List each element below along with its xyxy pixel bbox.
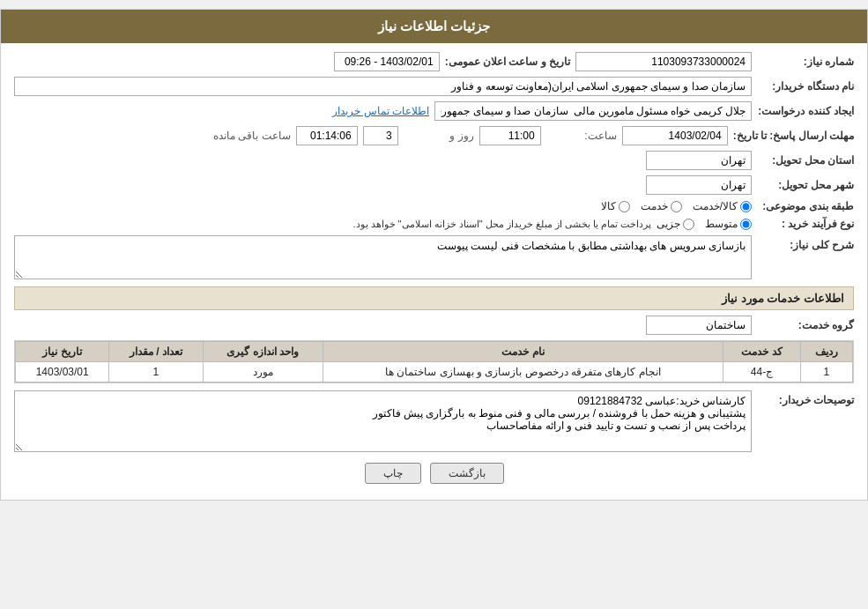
deadline-label: مهلت ارسال پاسخ: تا تاریخ: — [733, 130, 854, 142]
category-option-kala[interactable]: کالا — [601, 200, 630, 212]
buttons-row: بازگشت چاپ — [14, 463, 854, 484]
category-label-khadamat: خدمت — [641, 200, 668, 212]
date-label: تاریخ و ساعت اعلان عمومی: — [445, 56, 570, 68]
services-section-title: اطلاعات خدمات مورد نیاز — [14, 286, 854, 310]
process-radio-group: متوسط جزیی — [657, 218, 752, 230]
category-radio-khadamat[interactable] — [671, 201, 682, 212]
process-radio-motavaset[interactable] — [740, 219, 752, 230]
service-group-label: گروه خدمت: — [757, 319, 854, 331]
category-radio-kala[interactable] — [619, 201, 630, 212]
province-input — [646, 151, 752, 170]
date-input[interactable] — [334, 52, 440, 71]
col-quantity: تعداد / مقدار — [109, 342, 203, 362]
category-label-kala-khadamat: کالا/خدمت — [693, 200, 738, 212]
category-label: طبقه بندی موضوعی: — [757, 200, 854, 212]
category-option-khadamat[interactable]: خدمت — [641, 200, 682, 212]
need-number-input[interactable] — [575, 52, 752, 71]
deadline-remaining-label: ساعت باقی مانده — [213, 130, 291, 142]
col-row: ردیف — [800, 342, 852, 362]
creator-input — [434, 101, 752, 121]
process-note: پرداخت تمام یا بخشی از مبلغ خریداز محل "… — [352, 219, 651, 230]
process-label-jozii: جزیی — [657, 218, 680, 230]
creator-contact-link[interactable]: اطلاعات تماس خریدار — [332, 105, 429, 117]
buyer-input — [14, 77, 752, 96]
cell-code: ج-44 — [723, 362, 800, 382]
process-label-motavaset: متوسط — [705, 218, 738, 230]
cell-row: 1 — [800, 362, 852, 382]
description-label: شرح کلی نیاز: — [757, 235, 854, 251]
table-row: 1 ج-44 انجام کارهای متفرقه درخصوص بازساز… — [16, 362, 853, 382]
cell-quantity: 1 — [109, 362, 203, 382]
process-option-jozii[interactable]: جزیی — [657, 218, 694, 230]
category-option-kala-khadamat[interactable]: کالا/خدمت — [693, 200, 752, 212]
col-name: نام خدمت — [323, 342, 723, 362]
buyer-notes-label: توصیحات خریدار: — [757, 390, 854, 406]
deadline-time-label: ساعت: — [546, 130, 617, 142]
description-textarea[interactable]: بازسازی سرویس های بهداشتی مطابق با مشخصا… — [14, 235, 752, 279]
buyer-label: نام دستگاه خریدار: — [757, 80, 854, 93]
col-code: کد خدمت — [723, 342, 800, 362]
services-table: ردیف کد خدمت نام خدمت واحد اندازه گیری ت… — [15, 341, 853, 382]
process-option-motavaset[interactable]: متوسط — [705, 218, 752, 230]
process-radio-jozii[interactable] — [683, 219, 694, 230]
deadline-remaining-input — [296, 126, 358, 145]
deadline-time-input — [479, 126, 541, 145]
back-button[interactable]: بازگشت — [430, 463, 504, 484]
creator-label: ایجاد کننده درخواست: — [757, 105, 854, 117]
page-header: جزئیات اطلاعات نیاز — [1, 10, 867, 43]
category-radio-group: کالا/خدمت خدمت کالا — [601, 200, 752, 212]
col-date: تاریخ نیاز — [16, 342, 109, 362]
col-unit: واحد اندازه گیری — [203, 342, 323, 362]
page-title: جزئیات اطلاعات نیاز — [378, 19, 490, 33]
services-table-wrapper: ردیف کد خدمت نام خدمت واحد اندازه گیری ت… — [14, 340, 854, 383]
need-number-label: شماره نیاز: — [757, 56, 854, 68]
category-label-kala: کالا — [601, 200, 616, 212]
city-input — [646, 175, 752, 195]
service-group-input — [646, 316, 752, 335]
deadline-days-label: روز و — [404, 130, 474, 142]
deadline-date-input — [622, 126, 728, 145]
cell-date: 1403/03/01 — [16, 362, 109, 382]
category-radio-kala-khadamat[interactable] — [740, 201, 752, 212]
cell-name: انجام کارهای متفرقه درخصوص بازسازی و بهس… — [323, 362, 723, 382]
cell-unit: مورد — [203, 362, 323, 382]
city-label: شهر محل تحویل: — [757, 179, 854, 191]
deadline-days-input — [363, 126, 398, 145]
buyer-notes-textarea[interactable]: کارشناس خرید:عباسی 09121884732 پشتیبانی … — [14, 390, 752, 452]
province-label: استان محل تحویل: — [757, 154, 854, 167]
print-button[interactable]: چاپ — [365, 463, 421, 484]
process-label: نوع فرآیند خرید : — [757, 218, 854, 230]
